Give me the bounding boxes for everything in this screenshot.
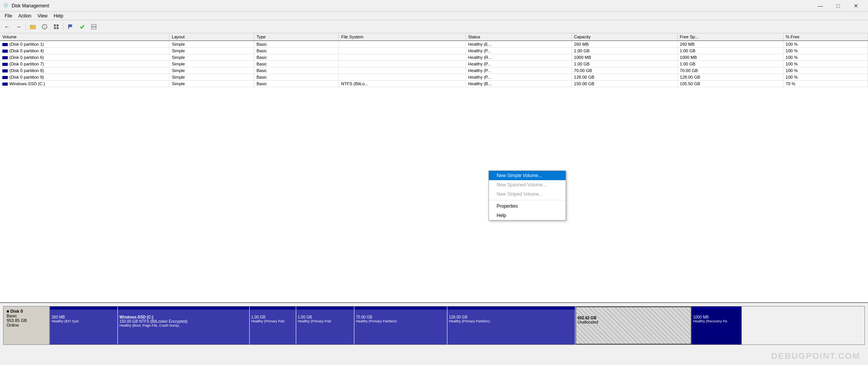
cell-layout: Simple <box>169 74 254 81</box>
cell-fs <box>339 54 466 61</box>
cell-volume: (Disk 0 partition 9) <box>0 74 169 81</box>
cell-capacity: 150.00 GB <box>571 81 677 87</box>
properties-button[interactable]: i <box>39 22 50 32</box>
cell-status: Healthy (P... <box>466 61 571 67</box>
svg-text:i: i <box>44 25 45 29</box>
cell-pctfree: 100 % <box>783 61 868 67</box>
col-status[interactable]: Status <box>466 33 571 41</box>
partition-windows-size: 150.00 GB NTFS (BitLocker Encrypted) <box>119 319 248 324</box>
app-icon: 💿 <box>3 3 9 9</box>
menu-action[interactable]: Action <box>15 12 34 19</box>
partition-windows[interactable]: Windows-SSD (C:) 150.00 GB NTFS (BitLock… <box>118 306 250 344</box>
cell-fs <box>339 67 466 74</box>
minimize-button[interactable]: — <box>811 0 829 12</box>
cell-capacity: 128.00 GB <box>571 74 677 81</box>
col-filesystem[interactable]: File System <box>339 33 466 41</box>
svg-rect-6 <box>54 27 56 29</box>
context-menu-new-spanned[interactable]: New Spanned Volume... <box>489 180 566 189</box>
cell-fs <box>339 61 466 67</box>
cell-pctfree: 100 % <box>783 74 868 81</box>
cell-volume: (Disk 0 partition 4) <box>0 48 169 54</box>
layout-button[interactable] <box>88 22 99 32</box>
partition-p3-size: 70.00 GB <box>356 315 445 319</box>
context-menu-new-striped[interactable]: New Striped Volume... <box>489 189 566 199</box>
cell-pctfree: 100 % <box>783 54 868 61</box>
partition-p3[interactable]: 70.00 GB Healthy (Primary Partition) <box>354 306 447 344</box>
col-layout[interactable]: Layout <box>169 33 254 41</box>
title-bar: 💿 Disk Management — □ ✕ <box>0 0 868 12</box>
watermark: DEBUGPOINT.COM <box>771 351 860 361</box>
cell-capacity: 1.00 GB <box>571 48 677 54</box>
partition-p2[interactable]: 1.00 GB Healthy (Primary Part <box>296 306 354 344</box>
table-row[interactable]: (Disk 0 partition 8) Simple Basic Health… <box>0 67 868 74</box>
partition-unalloc[interactable]: 602.62 GB Unallocated <box>575 306 692 344</box>
check-button[interactable] <box>77 22 88 32</box>
partition-windows-status: Healthy (Boot, Page File, Crash Dump, <box>119 324 248 327</box>
cell-status: Healthy (P... <box>466 48 571 54</box>
table-row[interactable]: Windows-SSD (C:) Simple Basic NTFS (BitL… <box>0 81 868 87</box>
menu-bar: File Action View Help <box>0 12 868 20</box>
partition-unalloc-size: Unallocated <box>578 320 689 324</box>
disk-row: ■ Disk 0 Basic 953.85 GB Online 260 MB H… <box>3 306 865 345</box>
cell-pctfree: 100 % <box>783 41 868 48</box>
forward-button[interactable]: → <box>13 22 24 32</box>
col-volume[interactable]: Volume <box>0 33 169 41</box>
cell-volume: (Disk 0 partition 8) <box>0 67 169 74</box>
cell-type: Basic <box>254 81 338 87</box>
main-area: Volume Layout Type File System Status Ca… <box>0 33 868 365</box>
disk-size: 953.85 GB <box>7 318 46 323</box>
table-row[interactable]: (Disk 0 partition 1) Simple Basic Health… <box>0 41 868 48</box>
cell-status: Healthy (P... <box>466 67 571 74</box>
cell-volume: (Disk 0 partition 6) <box>0 54 169 61</box>
col-freespace[interactable]: Free Sp... <box>677 33 783 41</box>
title-bar-controls: — □ ✕ <box>811 0 865 12</box>
cell-capacity: 1000 MB <box>571 54 677 61</box>
partition-recovery-status: Healthy (Recovery Pa <box>693 319 740 323</box>
partition-p2-size: 1.00 GB <box>298 315 352 319</box>
col-capacity[interactable]: Capacity <box>571 33 677 41</box>
cell-status: Healthy (B... <box>466 81 571 87</box>
table-section: Volume Layout Type File System Status Ca… <box>0 33 868 303</box>
partition-windows-name: Windows-SSD (C:) <box>119 315 248 319</box>
partition-p1[interactable]: 1.00 GB Healthy (Primary Part <box>250 306 296 344</box>
partition-efi[interactable]: 260 MB Healthy (EFI Syst <box>50 306 118 344</box>
context-menu-help[interactable]: Help <box>489 211 566 220</box>
context-menu-new-simple[interactable]: New Simple Volume... <box>489 171 566 180</box>
cell-fs <box>339 41 466 48</box>
maximize-button[interactable]: □ <box>829 0 847 12</box>
cell-layout: Simple <box>169 67 254 74</box>
folder-button[interactable] <box>28 22 38 32</box>
cell-layout: Simple <box>169 61 254 67</box>
cell-free: 128.00 GB <box>677 74 783 81</box>
partition-p2-status: Healthy (Primary Part <box>298 319 352 323</box>
disk-section: ■ Disk 0 Basic 953.85 GB Online 260 MB H… <box>0 303 868 365</box>
menu-view[interactable]: View <box>35 12 51 19</box>
table-row[interactable]: (Disk 0 partition 4) Simple Basic Health… <box>0 48 868 54</box>
cell-pctfree: 70 % <box>783 81 868 87</box>
partition-recovery[interactable]: 1000 MB Healthy (Recovery Pa <box>692 306 742 344</box>
cell-volume: (Disk 0 partition 7) <box>0 61 169 67</box>
table-row[interactable]: (Disk 0 partition 9) Simple Basic Health… <box>0 74 868 81</box>
partition-p1-status: Healthy (Primary Part <box>251 319 294 323</box>
svg-rect-5 <box>57 24 59 26</box>
partition-p4-status: Healthy (Primary Partition) <box>449 319 573 323</box>
disk-name: ■ Disk 0 <box>7 309 46 313</box>
context-menu-properties[interactable]: Properties <box>489 201 566 211</box>
menu-help[interactable]: Help <box>51 12 67 19</box>
col-pctfree[interactable]: % Free <box>783 33 868 41</box>
toolbar-separator-2 <box>63 23 64 31</box>
cell-type: Basic <box>254 61 338 67</box>
table-row[interactable]: (Disk 0 partition 7) Simple Basic Health… <box>0 61 868 67</box>
cell-volume: (Disk 0 partition 1) <box>0 41 169 48</box>
cell-status: Healthy (P... <box>466 74 571 81</box>
partition-p4[interactable]: 128.00 GB Healthy (Primary Partition) <box>447 306 575 344</box>
back-button[interactable]: ← <box>2 22 12 32</box>
cell-type: Basic <box>254 74 338 81</box>
col-type[interactable]: Type <box>254 33 338 41</box>
menu-file[interactable]: File <box>2 12 15 19</box>
table-row[interactable]: (Disk 0 partition 6) Simple Basic Health… <box>0 54 868 61</box>
grid-button[interactable] <box>51 22 62 32</box>
close-button[interactable]: ✕ <box>847 0 865 12</box>
cell-type: Basic <box>254 54 338 61</box>
flag-button[interactable] <box>65 22 76 32</box>
